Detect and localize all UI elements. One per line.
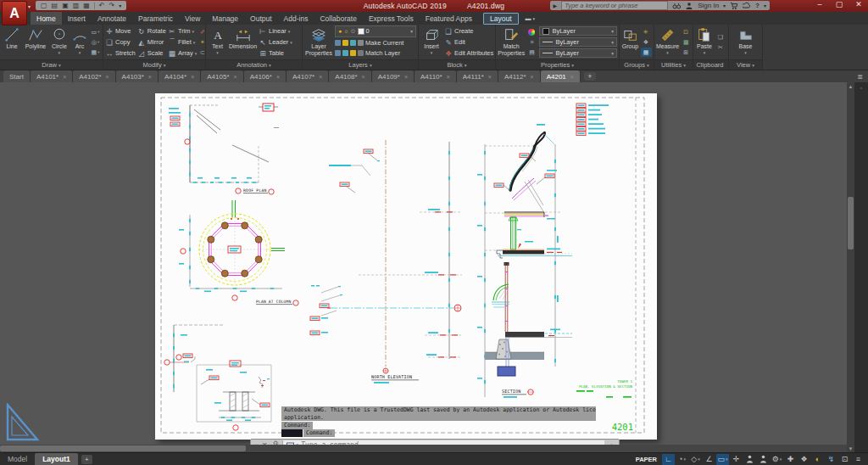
file-tab[interactable]: A4111*× xyxy=(457,70,498,82)
block-panel-label[interactable]: Block xyxy=(419,59,495,70)
copy-clip-icon[interactable]: ❏ xyxy=(715,32,726,42)
ellipse-tool-icon[interactable]: ◎ xyxy=(90,37,101,47)
groups-panel-label[interactable]: Groups xyxy=(620,59,654,70)
group-button[interactable]: Group xyxy=(621,25,639,59)
file-tab[interactable]: A4107*× xyxy=(287,70,329,82)
clean-screen-icon[interactable]: ⊡ xyxy=(838,454,851,465)
ribbon-tab-view[interactable]: View xyxy=(179,12,206,25)
ribbon-tab-express-tools[interactable]: Express Tools xyxy=(363,12,420,25)
offset-icon[interactable]: ⊂ xyxy=(198,48,205,57)
search-input[interactable]: Type a keyword or phrase xyxy=(561,1,668,10)
maximize-button[interactable]: ▢ xyxy=(835,0,843,8)
array-button[interactable]: ▦Array▾ xyxy=(168,48,196,59)
layer-dropdown[interactable]: ● ☼ ⊙ 0 xyxy=(335,25,416,37)
id-point-icon[interactable]: ⊡ xyxy=(681,27,692,36)
linetype-dropdown[interactable]: ByLayer xyxy=(539,48,617,58)
file-tab[interactable]: A4112*× xyxy=(498,70,541,82)
close-tab-icon[interactable]: × xyxy=(488,74,492,80)
group-edit-icon[interactable]: ❖ xyxy=(641,37,652,47)
layout1-tab[interactable]: Layout1 xyxy=(35,453,78,465)
match-properties-button[interactable]: Match Properties xyxy=(498,25,525,59)
utilities-panel-label[interactable]: Utilities xyxy=(654,59,693,70)
sign-in-button[interactable]: Sign In xyxy=(698,2,719,9)
dock-panel-icon[interactable]: ▫ xyxy=(860,85,862,91)
linetype-list-icon[interactable]: ▤ xyxy=(526,48,537,57)
new-drawing-tab-button[interactable]: + xyxy=(584,72,596,81)
customization-icon[interactable]: ≡ xyxy=(852,454,865,465)
object-snap-icon[interactable]: ▭ xyxy=(716,454,729,465)
create-block-button[interactable]: ❑Create xyxy=(444,25,493,36)
close-tab-icon[interactable]: × xyxy=(531,74,534,80)
close-tab-icon[interactable]: × xyxy=(362,74,365,80)
close-tab-icon[interactable]: × xyxy=(106,74,109,80)
trim-button[interactable]: ✂Trim▾ xyxy=(168,25,196,36)
fillet-button[interactable]: ⌒Fillet▾ xyxy=(168,36,196,48)
clipboard-panel-label[interactable]: Clipboard xyxy=(693,59,728,70)
dimension-button[interactable]: Dimension xyxy=(229,25,257,59)
file-tab[interactable]: A4102*× xyxy=(73,70,115,82)
draw-panel-label[interactable]: Draw xyxy=(0,59,103,70)
help-dropdown-icon[interactable]: ▾ xyxy=(764,3,766,8)
file-tabs-menu-icon[interactable]: ≣ xyxy=(857,70,863,82)
linear-button[interactable]: ⊢Linear▾ xyxy=(259,25,298,36)
file-tab[interactable]: A4106*× xyxy=(244,70,287,82)
isolate-objects-icon[interactable]: ◐ xyxy=(811,454,824,465)
app-store-cart-icon[interactable] xyxy=(730,2,738,10)
modify-panel-label[interactable]: Modify xyxy=(103,59,205,70)
new-layout-button[interactable]: + xyxy=(81,455,92,464)
file-tab[interactable]: A4110*× xyxy=(415,70,457,82)
close-tab-icon[interactable]: × xyxy=(404,74,408,80)
annotation-monitor-icon[interactable]: ✚ xyxy=(784,454,797,465)
copy-button[interactable]: ❏Copy xyxy=(105,36,136,48)
insert-button[interactable]: Insert xyxy=(420,25,442,59)
make-current-button[interactable]: Make Current xyxy=(335,37,416,48)
close-tab-icon[interactable]: × xyxy=(570,74,574,80)
ribbon-tab-home[interactable]: Home xyxy=(31,12,62,25)
help-icon[interactable]: ? xyxy=(755,2,760,9)
erase-icon[interactable]: ✐ xyxy=(198,27,205,36)
close-tab-icon[interactable]: × xyxy=(148,74,152,80)
ribbon-tab-collaborate[interactable]: Collaborate xyxy=(314,12,362,25)
stretch-button[interactable]: ↔Stretch xyxy=(105,48,136,59)
cut-icon[interactable]: ✂ xyxy=(715,42,726,52)
match-layer-button[interactable]: Match Layer xyxy=(335,48,416,59)
sign-in-dropdown-icon[interactable]: ▾ xyxy=(723,3,726,8)
scale-button[interactable]: ◿Scale xyxy=(137,48,166,59)
circle-button[interactable]: Circle xyxy=(49,25,70,59)
color-wheel-icon[interactable] xyxy=(526,27,537,36)
minimize-button[interactable]: – xyxy=(815,0,824,8)
close-tab-icon[interactable]: × xyxy=(63,74,66,80)
graphics-performance-icon[interactable]: ↯ xyxy=(825,454,837,465)
file-tab[interactable]: A4108*× xyxy=(329,70,371,82)
file-tab-start[interactable]: Start xyxy=(3,70,31,82)
autodesk-account-icon[interactable] xyxy=(743,2,751,10)
search-icon[interactable] xyxy=(672,2,681,10)
base-button[interactable]: Base xyxy=(735,25,757,59)
isometric-drafting-icon[interactable]: ◇ xyxy=(689,454,702,465)
measure-button[interactable]: Measure xyxy=(656,25,679,59)
line-button[interactable]: Line xyxy=(2,25,22,59)
ribbon-tab-annotate[interactable]: Annotate xyxy=(92,12,132,25)
vertical-scrollbar[interactable]: ▲ ▼ xyxy=(847,82,854,452)
ungroup-icon[interactable]: ✳ xyxy=(641,27,652,36)
rectangle-tool-icon[interactable]: ▭ xyxy=(90,27,101,36)
polar-tracking-icon[interactable]: ◔ xyxy=(676,454,688,465)
file-tab[interactable]: A4109*× xyxy=(372,70,415,82)
calculator-icon[interactable]: ⊞ xyxy=(681,48,692,57)
close-tab-icon[interactable]: × xyxy=(447,74,450,80)
horizontal-scrollbar[interactable] xyxy=(0,445,847,452)
annotation-panel-label[interactable]: Annotation xyxy=(206,59,302,70)
group-selection-icon[interactable]: ▦ xyxy=(641,48,652,57)
search-go-icon[interactable]: ▶ xyxy=(554,3,558,8)
polyline-button[interactable]: Polyline xyxy=(24,25,47,59)
file-tab[interactable]: A4105*× xyxy=(201,70,243,82)
file-tab[interactable]: A4104*× xyxy=(159,70,201,82)
lineweight-dropdown[interactable]: ByLayer xyxy=(539,37,617,47)
arc-button[interactable]: Arc xyxy=(71,25,88,59)
paper-space-label[interactable]: PAPER xyxy=(636,456,657,463)
selection-cycling-icon[interactable]: ✛ xyxy=(730,454,743,465)
move-button[interactable]: ✛Move xyxy=(105,25,136,36)
scroll-up-icon[interactable]: ▲ xyxy=(847,82,854,90)
lineweight-list-icon[interactable]: ≡ xyxy=(526,37,537,47)
text-button[interactable]: A Text xyxy=(208,25,227,59)
